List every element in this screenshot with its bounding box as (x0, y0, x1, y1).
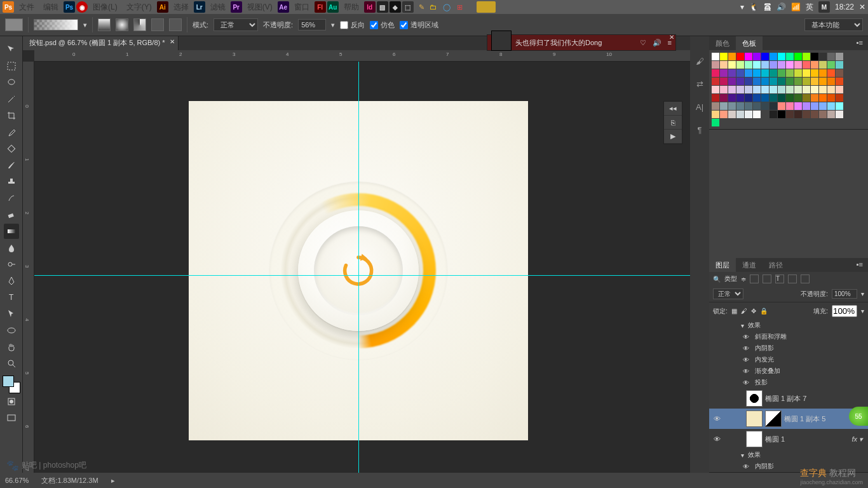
mini-collapse-icon[interactable]: ◂◂ (664, 102, 682, 116)
swatch[interactable] (745, 69, 752, 77)
swatch[interactable] (803, 94, 810, 102)
move-tool[interactable] (4, 42, 19, 57)
swatch[interactable] (770, 111, 777, 118)
swatch[interactable] (728, 102, 736, 110)
gradient-angle-button[interactable] (133, 18, 146, 31)
swatch[interactable] (720, 102, 728, 110)
swatch[interactable] (770, 61, 777, 69)
qq-tray-icon[interactable]: 🐧 (749, 3, 759, 11)
layers-menu-icon[interactable]: ▪≡ (851, 258, 868, 272)
guide-vertical[interactable] (358, 62, 359, 473)
swatch[interactable] (753, 53, 761, 60)
brush-panel-icon[interactable]: 🖌 (694, 55, 705, 67)
music-app-icon[interactable]: ◉ (76, 1, 88, 13)
swatch[interactable] (827, 86, 835, 93)
green-badge[interactable]: 55 (849, 407, 868, 426)
id-icon[interactable]: Id (364, 1, 376, 13)
gradient-preview[interactable] (34, 19, 78, 30)
swatch[interactable] (811, 102, 818, 110)
m-indicator[interactable]: M (818, 1, 830, 13)
swatch[interactable] (720, 111, 728, 118)
swatch[interactable] (761, 53, 769, 60)
type-tool[interactable]: T (4, 290, 19, 305)
pencil-icon[interactable]: ✎ (419, 3, 424, 11)
document-tab[interactable]: 按钮.psd @ 66.7% (椭圆 1 副本 5, RGB/8) * ✕ (23, 36, 179, 50)
heal-tool[interactable] (4, 141, 19, 156)
zoom-tool[interactable] (4, 356, 19, 371)
lock-pixels-icon[interactable]: 🖌 (741, 308, 747, 315)
swatch[interactable] (712, 69, 719, 77)
screenmode-tool[interactable] (4, 410, 19, 426)
menu-file[interactable]: 文件 (15, 1, 38, 14)
dither-checkbox[interactable]: 仿色 (370, 20, 395, 30)
swatch[interactable] (736, 69, 744, 77)
tab-colors[interactable]: 颜色 (709, 36, 736, 50)
swatch[interactable] (827, 61, 835, 69)
swatch[interactable] (827, 111, 835, 118)
lasso-tool[interactable] (4, 75, 19, 90)
layer-blend-select[interactable]: 正常 (713, 288, 743, 299)
ruler-horizontal[interactable]: 012345678910 (34, 50, 690, 62)
swatch[interactable] (770, 53, 777, 60)
opacity-chevron-icon[interactable]: ▾ (331, 21, 335, 29)
swatch[interactable] (811, 53, 818, 60)
path-select-tool[interactable] (4, 306, 19, 322)
ps-icon[interactable]: Ps (64, 1, 75, 13)
swatch[interactable] (770, 102, 777, 110)
swatch[interactable] (819, 69, 827, 77)
filter-pixel-icon[interactable] (750, 274, 759, 283)
menu-filter[interactable]: 滤镜 (207, 1, 229, 14)
swatch[interactable] (778, 111, 785, 118)
swatch[interactable] (720, 86, 728, 93)
menu-image[interactable]: 图像(L) (89, 1, 121, 14)
filter-adjust-icon[interactable] (763, 274, 771, 283)
folder-icon[interactable]: 🗀 (430, 3, 437, 11)
swatch[interactable] (819, 111, 827, 118)
swatch[interactable] (761, 69, 769, 77)
swatch[interactable] (819, 78, 827, 85)
gradient-tool[interactable] (4, 224, 19, 239)
swatch[interactable] (794, 61, 802, 69)
filter-shape-icon[interactable] (788, 274, 797, 283)
active-app-icon[interactable] (477, 1, 496, 13)
swatch[interactable] (736, 78, 744, 85)
ruler-vertical[interactable]: 01234567 (23, 62, 34, 473)
char-panel-icon[interactable]: A| (694, 101, 705, 112)
swatch[interactable] (745, 86, 752, 93)
swatch[interactable] (811, 78, 818, 85)
swap-panel-icon[interactable]: ⇄ (694, 78, 705, 90)
mini-actions-icon[interactable]: ⎘ (664, 116, 682, 130)
swatch[interactable] (712, 111, 719, 118)
swatch[interactable] (736, 86, 744, 93)
swatch[interactable] (786, 78, 794, 85)
swatch[interactable] (794, 69, 802, 77)
fx-badge[interactable]: fx ▾ (851, 435, 863, 444)
swatch[interactable] (811, 61, 818, 69)
mini-play-icon[interactable]: ▶ (664, 130, 682, 144)
swatch[interactable] (836, 69, 843, 77)
swatch[interactable] (803, 102, 810, 110)
swatch[interactable] (753, 69, 761, 77)
clock[interactable]: 18:22 (835, 3, 854, 11)
swatch[interactable] (728, 53, 736, 60)
swatch[interactable] (836, 102, 843, 110)
swatch[interactable] (728, 61, 736, 69)
tab-swatches[interactable]: 色板 (736, 36, 763, 50)
layer-mask-thumb[interactable] (765, 410, 782, 427)
love-icon[interactable]: ♡ (640, 39, 646, 47)
swatch[interactable] (761, 102, 769, 110)
swatch[interactable] (778, 86, 785, 93)
swatch[interactable] (803, 86, 810, 93)
lock-position-icon[interactable]: ✥ (751, 308, 756, 315)
close-icon[interactable]: ✕ (859, 3, 865, 11)
swatch[interactable] (720, 94, 728, 102)
blend-mode-select[interactable]: 正常 (214, 18, 258, 31)
swatch[interactable] (819, 86, 827, 93)
swatch[interactable] (827, 78, 835, 85)
swatch[interactable] (786, 86, 794, 93)
eyedropper-tool[interactable] (4, 125, 19, 140)
swatch[interactable] (761, 111, 769, 118)
filter-smart-icon[interactable] (801, 274, 810, 283)
swatch[interactable] (745, 78, 752, 85)
swatch[interactable] (761, 61, 769, 69)
